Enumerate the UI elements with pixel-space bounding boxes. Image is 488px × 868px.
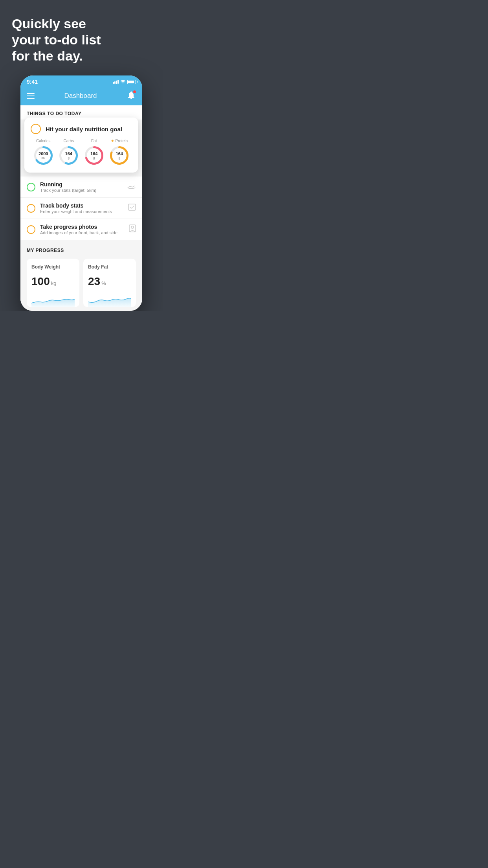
nutrition-card[interactable]: Hit your daily nutrition goal Calories bbox=[24, 118, 138, 173]
photos-text: Take progress photos Add images of your … bbox=[40, 224, 129, 235]
body-weight-value-row: 100 kg bbox=[31, 275, 75, 288]
calories-label: Calories bbox=[36, 139, 51, 143]
protein-donut: 164 g bbox=[108, 145, 130, 166]
body-fat-card-title: Body Fat bbox=[88, 264, 131, 270]
carbs-unit: g bbox=[65, 156, 72, 160]
svg-point-10 bbox=[131, 226, 134, 228]
things-to-do-title: THINGS TO DO TODAY bbox=[27, 111, 136, 116]
body-fat-unit: % bbox=[101, 280, 106, 286]
app-content: THINGS TO DO TODAY Hit your daily nutrit… bbox=[20, 105, 142, 311]
protein-star-icon: ★ bbox=[111, 139, 114, 143]
body-weight-card-title: Body Weight bbox=[31, 264, 75, 270]
bell-icon[interactable] bbox=[127, 90, 136, 101]
running-check bbox=[27, 183, 35, 191]
body-stats-title: Track body stats bbox=[40, 202, 128, 209]
headline-text: Quickly see your to-do list for the day. bbox=[12, 16, 151, 64]
calories-donut: 2000 cal bbox=[33, 145, 54, 166]
list-item-running[interactable]: Running Track your stats (target: 5km) bbox=[20, 177, 142, 198]
nutrition-protein: ★ Protein 164 g bbox=[108, 139, 130, 166]
nav-title: Dashboard bbox=[64, 92, 97, 100]
carbs-label: Carbs bbox=[63, 139, 74, 143]
body-fat-card[interactable]: Body Fat 23 % bbox=[83, 259, 136, 307]
fat-value: 164 bbox=[90, 152, 97, 156]
carbs-donut: 164 g bbox=[58, 145, 79, 166]
body-stats-check bbox=[27, 204, 35, 213]
photos-subtitle: Add images of your front, back, and side bbox=[40, 230, 129, 235]
nav-bar: Dashboard bbox=[20, 86, 142, 105]
body-weight-chart bbox=[31, 293, 75, 307]
body-weight-value: 100 bbox=[31, 275, 50, 288]
wifi-icon bbox=[120, 79, 126, 85]
battery-icon bbox=[127, 80, 136, 84]
todo-list: Running Track your stats (target: 5km) T… bbox=[20, 177, 142, 240]
progress-title: MY PROGRESS bbox=[27, 248, 136, 253]
body-weight-unit: kg bbox=[51, 280, 57, 286]
headline-section: Quickly see your to-do list for the day. bbox=[12, 16, 151, 64]
carbs-value: 164 bbox=[65, 152, 72, 156]
nutrition-grid: Calories 2000 cal bbox=[31, 139, 132, 166]
status-time: 9:41 bbox=[27, 79, 38, 85]
nutrition-carbs: Carbs 164 g bbox=[58, 139, 79, 166]
nutrition-card-title: Hit your daily nutrition goal bbox=[46, 126, 122, 132]
card-header-row: Hit your daily nutrition goal bbox=[31, 124, 132, 134]
running-shoe-icon bbox=[127, 183, 136, 191]
body-fat-chart bbox=[88, 293, 131, 307]
calories-value: 2000 bbox=[39, 152, 48, 156]
body-stats-text: Track body stats Enter your weight and m… bbox=[40, 202, 128, 214]
body-weight-card[interactable]: Body Weight 100 kg bbox=[27, 259, 79, 307]
calories-unit: cal bbox=[39, 156, 48, 160]
progress-cards: Body Weight 100 kg bbox=[27, 259, 136, 307]
nutrition-fat: Fat 164 g bbox=[83, 139, 105, 166]
fat-unit: g bbox=[90, 156, 97, 160]
hamburger-menu[interactable] bbox=[27, 93, 35, 99]
protein-label: ★ Protein bbox=[111, 139, 128, 143]
body-fat-value: 23 bbox=[88, 275, 100, 288]
app-background: Quickly see your to-do list for the day.… bbox=[0, 0, 163, 311]
list-item-photos[interactable]: Take progress photos Add images of your … bbox=[20, 219, 142, 240]
running-text: Running Track your stats (target: 5km) bbox=[40, 181, 127, 193]
fat-donut: 164 g bbox=[83, 145, 105, 166]
protein-value: 164 bbox=[116, 152, 123, 156]
fat-label: Fat bbox=[91, 139, 97, 143]
list-item-body-stats[interactable]: Track body stats Enter your weight and m… bbox=[20, 198, 142, 219]
body-fat-value-row: 23 % bbox=[88, 275, 131, 288]
svg-rect-8 bbox=[128, 204, 136, 210]
status-icons bbox=[113, 79, 136, 85]
photos-title: Take progress photos bbox=[40, 224, 129, 230]
protein-unit: g bbox=[116, 156, 123, 160]
running-subtitle: Track your stats (target: 5km) bbox=[40, 188, 127, 193]
phone-frame: 9:41 bbox=[20, 75, 142, 311]
person-icon bbox=[129, 224, 136, 234]
progress-section: MY PROGRESS Body Weight 100 kg bbox=[20, 240, 142, 311]
body-stats-subtitle: Enter your weight and measurements bbox=[40, 209, 128, 214]
signal-icon bbox=[113, 80, 119, 84]
status-bar: 9:41 bbox=[20, 75, 142, 86]
photos-check bbox=[27, 225, 35, 234]
nutrition-check-circle bbox=[31, 124, 41, 134]
running-title: Running bbox=[40, 181, 127, 188]
nutrition-calories: Calories 2000 cal bbox=[33, 139, 54, 166]
scale-icon bbox=[128, 204, 136, 213]
